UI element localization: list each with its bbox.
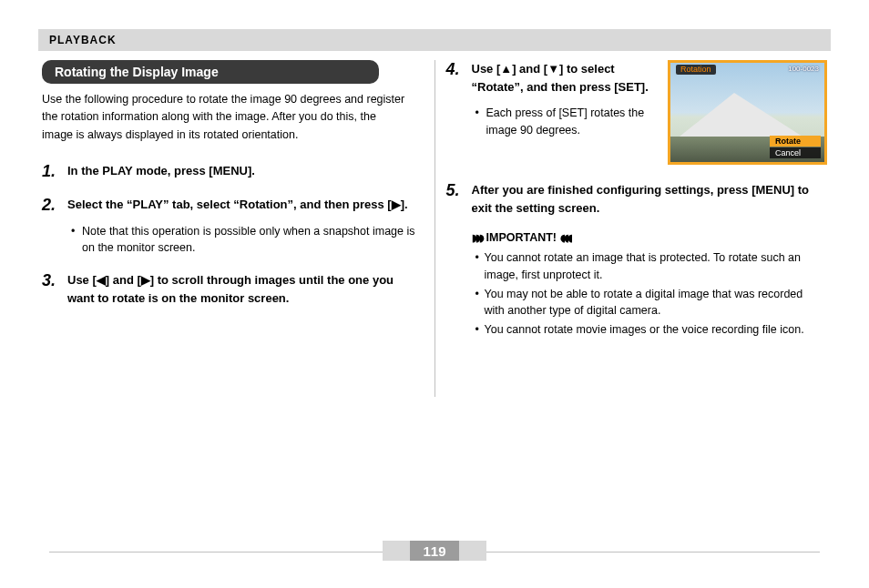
camera-screenshot: Rotation 100-0023 Rotate Cancel: [668, 60, 827, 165]
manual-page: PLAYBACK Rotating the Display Image Use …: [0, 0, 869, 588]
step-number: 1.: [42, 162, 60, 181]
step-2: 2. Select the “PLAY” tab, select “Rotati…: [42, 196, 424, 257]
step-4-row: 4. Use [▲] and [▼] to select “Rotate”, a…: [446, 60, 828, 165]
page-number-pad-left: [383, 541, 410, 561]
step-text: Use [▲] and [▼] to select “Rotate”, and …: [472, 60, 656, 96]
camera-menu-options: Rotate Cancel: [770, 135, 821, 158]
step-sub-note: Each press of [SET] rotates the image 90…: [475, 105, 656, 139]
left-column: Rotating the Display Image Use the follo…: [38, 60, 427, 397]
important-icon-right: ◖◖◖: [560, 232, 571, 244]
page-number-badge: 119: [383, 541, 486, 561]
step-text: In the PLAY mode, press [MENU].: [67, 162, 255, 181]
step-number: 5.: [446, 181, 465, 217]
important-label: IMPORTANT!: [486, 231, 557, 244]
camera-scene-mountain: [680, 93, 803, 137]
page-number-pad-right: [459, 541, 486, 561]
step-text: Select the “PLAY” tab, select “Rotation”…: [67, 196, 424, 214]
breadcrumb: PLAYBACK: [49, 34, 117, 46]
important-item: You cannot rotate an image that is prote…: [475, 249, 822, 284]
important-list: You cannot rotate an image that is prote…: [475, 249, 822, 339]
important-item: You may not be able to rotate a digital …: [475, 286, 822, 320]
step-1: 1. In the PLAY mode, press [MENU].: [42, 162, 424, 181]
section-title: Rotating the Display Image: [42, 60, 379, 84]
important-icon-left: ◗◗◗: [472, 232, 483, 244]
important-heading: ◗◗◗ IMPORTANT! ◖◖◖: [472, 231, 828, 244]
content-columns: Rotating the Display Image Use the follo…: [38, 60, 831, 397]
page-number: 119: [410, 541, 459, 561]
step-4: 4. Use [▲] and [▼] to select “Rotate”, a…: [446, 60, 656, 139]
camera-menu-title: Rotation: [676, 65, 716, 75]
step-number: 4.: [446, 60, 465, 139]
section-header-bar: PLAYBACK: [38, 29, 831, 51]
step-sub-note: Note that this operation is possible onl…: [71, 223, 424, 258]
step-text: Use [◀] and [▶] to scroll through images…: [67, 271, 424, 307]
page-footer: 119: [49, 541, 820, 566]
important-item: You cannot rotate movie images or the vo…: [475, 321, 822, 339]
step-number: 2.: [42, 196, 60, 257]
step-text: After you are finished configuring setti…: [472, 181, 828, 217]
column-divider: [434, 60, 435, 397]
right-column: 4. Use [▲] and [▼] to select “Rotate”, a…: [443, 60, 832, 397]
camera-option-rotate: Rotate: [770, 136, 821, 147]
camera-option-cancel: Cancel: [770, 147, 821, 158]
step-number: 3.: [42, 271, 60, 307]
step-3: 3. Use [◀] and [▶] to scroll through ima…: [42, 271, 424, 307]
step-5: 5. After you are finished configuring se…: [446, 181, 828, 217]
camera-file-number: 100-0023: [788, 65, 819, 73]
intro-text: Use the following procedure to rotate th…: [42, 91, 406, 144]
